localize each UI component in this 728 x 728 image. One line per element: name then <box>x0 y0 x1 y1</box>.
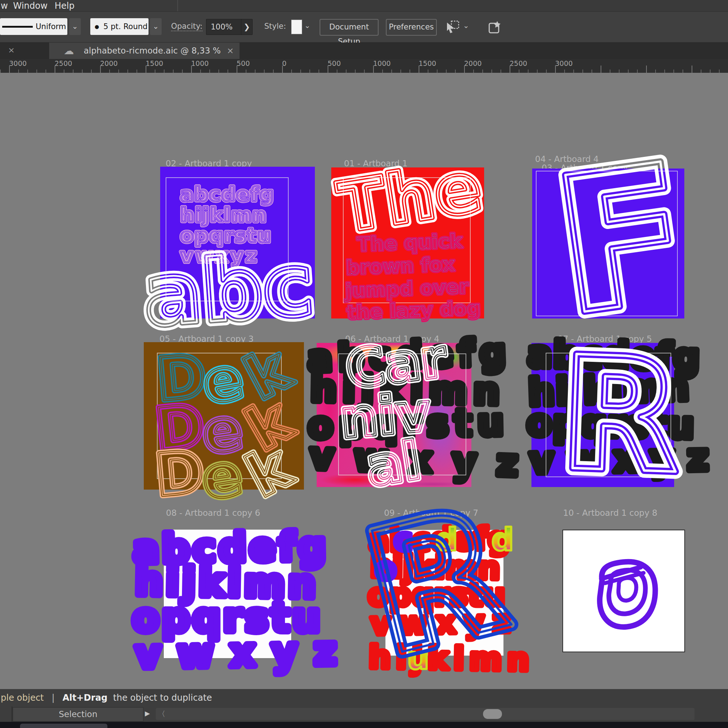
stroke-profile-value: Uniform <box>36 18 66 35</box>
menu-item-partial[interactable]: w <box>1 1 8 11</box>
bottom-edge-highlight <box>20 723 107 728</box>
control-bar: Uniform ⌄ ● 5 pt. Round ⌄ Opacity: 100% … <box>0 11 728 43</box>
scrollbar-thumb[interactable] <box>483 709 502 719</box>
status-expand-icon[interactable]: ▶ <box>145 710 150 717</box>
style-label: Style: <box>264 22 286 31</box>
hint-text: the object to duplicate <box>113 693 212 703</box>
menu-divider <box>177 0 178 11</box>
artboard-03[interactable] <box>532 168 684 318</box>
artboard-label-10[interactable]: 10 - Artboard 1 copy 8 <box>563 508 658 518</box>
hint-divider: | <box>52 693 55 703</box>
menu-bar: w Window Help <box>0 0 728 11</box>
opacity-stepper[interactable]: ❯ <box>241 19 252 35</box>
horizontal-scrollbar[interactable]: 〈 <box>156 708 694 720</box>
current-tool-indicator[interactable]: Selection <box>13 707 144 722</box>
status-tool-row: Selection ▶ 〈 <box>0 707 728 722</box>
brush-dot-icon: ● <box>95 18 99 35</box>
horizontal-ruler[interactable]: 3000 2500 2000 1500 1000 500 0 500 1000 … <box>0 59 728 73</box>
chevron-down-icon: ⌄ <box>72 22 78 31</box>
style-swatch[interactable] <box>291 20 302 34</box>
chevron-down-icon: ⌄ <box>304 21 310 30</box>
preferences-button[interactable]: Preferences <box>386 19 437 36</box>
artboard-08[interactable] <box>164 530 291 658</box>
document-tab[interactable]: ☁ alphabeto-ricmode.aic @ 8,33 % (RGB/Pr… <box>49 43 240 59</box>
window-bottom-edge <box>0 722 728 728</box>
artboard-label-07[interactable]: 07 - Artboard 1 copy 5 <box>558 334 652 344</box>
scroll-left-icon[interactable]: 〈 <box>158 709 165 719</box>
stroke-profile-line-icon <box>2 26 33 28</box>
artboard-01[interactable] <box>331 167 484 318</box>
opacity-label[interactable]: Opacity: <box>171 22 202 31</box>
tab-close-icon[interactable]: × <box>227 43 234 59</box>
panel-close-icon[interactable]: × <box>8 46 15 55</box>
brush-dropdown[interactable]: ⌄ <box>150 18 162 35</box>
artboard-label-04[interactable]: 04 - Artboard 4 <box>535 154 599 164</box>
document-setup-button[interactable]: Document Setup <box>320 19 379 36</box>
artboard-02[interactable] <box>160 167 315 318</box>
document-tab-bar: × ☁ alphabeto-ricmode.aic @ 8,33 % (RGB/… <box>0 43 728 59</box>
arrange-documents-icon[interactable] <box>487 20 503 34</box>
artboard-label-08[interactable]: 08 - Artboard 1 copy 6 <box>166 508 260 518</box>
select-behind-dropdown[interactable]: ⌄ <box>463 21 469 30</box>
brush-value: 5 pt. Round <box>103 18 147 35</box>
artboard-10[interactable] <box>562 530 685 652</box>
chevron-right-icon: ❯ <box>243 23 250 31</box>
stroke-width-profile-control[interactable]: Uniform <box>0 18 67 35</box>
illustrator-window: w Window Help Uniform ⌄ ● 5 pt. Round ⌄ … <box>0 0 728 728</box>
select-behind-icon[interactable] <box>445 20 461 34</box>
opacity-input[interactable]: 100% <box>206 19 245 35</box>
canvas[interactable]: 01 - Artboard 1 02 - Artboard 1 copy 04 … <box>0 73 728 689</box>
status-divider <box>12 707 12 722</box>
status-hint-bar: ple object | Alt+Drag the object to dupl… <box>0 689 728 707</box>
artboard-07[interactable] <box>531 343 674 487</box>
stroke-profile-dropdown[interactable]: ⌄ <box>69 18 81 35</box>
artboard-label-01[interactable]: 01 - Artboard 1 <box>344 159 408 168</box>
hint-shortcut: Alt+Drag <box>63 693 108 703</box>
ruler-major-ticks <box>0 66 728 73</box>
hint-prefix: ple object <box>1 693 44 703</box>
menu-item-help[interactable]: Help <box>55 1 75 11</box>
cloud-document-icon: ☁ <box>64 43 74 59</box>
brush-definition-control[interactable]: ● 5 pt. Round <box>90 18 148 35</box>
artboard-06[interactable] <box>317 343 471 487</box>
artboard-label-09[interactable]: 09 - Artboard 1 copy 7 <box>384 508 478 518</box>
chevron-down-icon: ⌄ <box>153 22 159 31</box>
artboard-label-06[interactable]: 06 - Artboard 1 copy 4 <box>345 334 439 344</box>
artboard-09[interactable] <box>385 530 504 656</box>
menu-item-window[interactable]: Window <box>13 1 48 11</box>
style-dropdown[interactable]: ⌄ <box>304 21 310 30</box>
chevron-down-icon: ⌄ <box>463 21 469 30</box>
artboard-05[interactable] <box>144 342 304 489</box>
